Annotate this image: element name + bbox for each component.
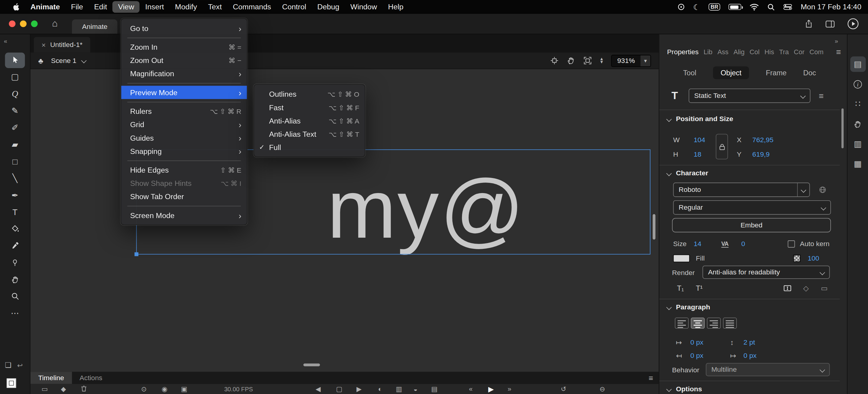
render-select[interactable]: Anti-alias for readability: [703, 266, 830, 279]
font-style-select[interactable]: Regular: [673, 200, 831, 215]
menu-view[interactable]: View: [113, 1, 140, 13]
menu-item-anti-alias[interactable]: Anti-Alias ⌥ ⇧ ⌘ A: [254, 114, 365, 127]
play-icon[interactable]: ▶: [488, 385, 494, 393]
menu-item-outlines[interactable]: Outlines ⌥ ⇧ ⌘ O: [254, 87, 365, 101]
scene-name[interactable]: Scene 1: [51, 57, 76, 64]
horizontal-scrollbar[interactable]: [304, 364, 320, 366]
stepper-down-icon[interactable]: ▾: [600, 61, 603, 64]
close-document-icon[interactable]: ×: [41, 41, 46, 49]
center-frame-icon[interactable]: ⊙: [141, 385, 147, 393]
indent-value[interactable]: 0 px: [690, 338, 703, 347]
pencil-tool[interactable]: ✎: [5, 103, 25, 119]
tab-timeline[interactable]: Timeline: [30, 372, 72, 384]
insert-frame-icon[interactable]: ▭: [41, 385, 48, 393]
components-panel-icon[interactable]: ▦: [850, 156, 865, 171]
character-section-header[interactable]: Character: [667, 169, 708, 177]
margin-left-value[interactable]: 0 px: [690, 352, 703, 360]
paragraph-section-header[interactable]: Paragraph: [667, 303, 710, 311]
tab-properties[interactable]: Properties: [667, 48, 699, 56]
eyedropper-tool[interactable]: [5, 238, 25, 253]
rectangle-tool[interactable]: □: [5, 154, 25, 169]
battery-icon[interactable]: [729, 4, 741, 10]
menu-modify[interactable]: Modify: [169, 1, 203, 13]
menu-item-full[interactable]: ✓ Full: [254, 141, 365, 154]
step-forward-icon[interactable]: ▶: [356, 385, 362, 393]
assets-panel-icon[interactable]: ∷: [850, 96, 865, 112]
paint-bucket-tool[interactable]: [5, 221, 25, 236]
eraser-tool[interactable]: ▰: [5, 137, 25, 152]
window-close-button[interactable]: [9, 21, 16, 27]
timeline-menu-icon[interactable]: ≡: [649, 373, 653, 382]
zoom-tool[interactable]: [5, 289, 25, 304]
test-movie-button[interactable]: [847, 18, 859, 30]
selectable-text-toggle[interactable]: [783, 284, 792, 293]
alpha-value[interactable]: 100: [808, 255, 819, 262]
w-value[interactable]: 104: [693, 136, 705, 144]
rotation-hand-icon[interactable]: [567, 56, 576, 65]
html-render-toggle[interactable]: ◇: [803, 284, 809, 293]
adjust-panel-icon[interactable]: ▤: [850, 56, 865, 72]
tab-components[interactable]: Com: [809, 48, 824, 56]
font-family-chevron-cell[interactable]: [797, 183, 809, 196]
subtab-frame[interactable]: Frame: [766, 68, 786, 77]
subtab-tool[interactable]: Tool: [683, 68, 696, 77]
menu-edit[interactable]: Edit: [89, 1, 113, 13]
reset-view-icon[interactable]: ↺: [561, 385, 566, 393]
subscript-toggle[interactable]: T₁: [677, 284, 684, 293]
wifi-icon[interactable]: [750, 3, 759, 10]
subtab-object[interactable]: Object: [713, 66, 749, 78]
asset-warp-pin-tool[interactable]: [5, 255, 25, 270]
free-transform-tool[interactable]: ▢: [5, 69, 25, 85]
line-tool[interactable]: ╲: [5, 170, 25, 186]
superscript-toggle[interactable]: T¹: [696, 284, 703, 293]
stop-icon[interactable]: ▢: [336, 385, 342, 393]
onion-outline-icon[interactable]: ▥: [396, 385, 402, 393]
lasso-tool[interactable]: Q: [5, 86, 25, 101]
tab-transform[interactable]: Tra: [779, 48, 789, 56]
menu-item-anti-alias-text[interactable]: Anti-Alias Text ⌥ ⇧ ⌘ T: [254, 127, 365, 140]
share-icon[interactable]: [804, 19, 813, 28]
collapse-panel-icon[interactable]: «: [4, 38, 7, 44]
lock-dimensions-toggle[interactable]: [716, 134, 728, 159]
tab-library[interactable]: Lib: [704, 48, 712, 56]
menu-bar-clock[interactable]: Mon 17 Feb 14:40: [801, 3, 861, 11]
h-value[interactable]: 18: [693, 151, 701, 159]
more-tools-button[interactable]: ⋯: [5, 305, 25, 321]
delete-frame-icon[interactable]: [80, 385, 87, 392]
embed-button[interactable]: Embed: [672, 218, 831, 233]
show-border-toggle[interactable]: ▭: [821, 284, 828, 293]
window-zoom-button[interactable]: [31, 21, 38, 27]
tab-assets[interactable]: Ass: [717, 48, 728, 56]
fill-stroke-swatch[interactable]: [7, 378, 16, 388]
y-value[interactable]: 619,9: [752, 151, 770, 159]
kerning-value[interactable]: 0: [741, 240, 745, 248]
loop-range-icon[interactable]: ◐: [378, 385, 382, 393]
document-tab[interactable]: × Untitled-1*: [34, 37, 90, 53]
font-family-select[interactable]: Roboto: [673, 183, 810, 197]
go-last-frame-icon[interactable]: »: [507, 385, 511, 393]
expand-panel-icon[interactable]: »: [835, 38, 838, 44]
menu-item-show-tab-order[interactable]: Show Tab Order: [121, 190, 247, 203]
keyboard-layout-badge[interactable]: BR: [708, 3, 720, 11]
center-stage-icon[interactable]: [551, 56, 559, 65]
menu-item-zoom-out[interactable]: Zoom Out ⌘ −: [121, 54, 247, 67]
align-center-button[interactable]: [691, 318, 705, 329]
home-icon[interactable]: ⌂: [52, 19, 58, 30]
text-type-select[interactable]: Static Text: [689, 89, 810, 103]
workspace-layout-icon[interactable]: [826, 20, 835, 27]
selection-handle[interactable]: [134, 253, 138, 256]
timeline-zoom-out-icon[interactable]: ⊖: [599, 385, 605, 393]
onion-marker-icon[interactable]: ◒: [413, 385, 417, 393]
edit-multiple-frames-icon[interactable]: ▣: [181, 385, 187, 393]
stats-panel-icon[interactable]: ▥: [850, 136, 865, 152]
fill-color-swatch[interactable]: [673, 255, 689, 262]
menu-text[interactable]: Text: [203, 1, 227, 13]
menu-item-hide-edges[interactable]: Hide Edges ⇧ ⌘ E: [121, 163, 247, 176]
duplicate-icon[interactable]: ❏: [5, 361, 11, 369]
panel-menu-icon[interactable]: ≡: [836, 47, 841, 56]
menu-item-preview-mode[interactable]: Preview Mode ›: [121, 86, 247, 99]
menu-commands[interactable]: Commands: [227, 1, 277, 13]
pen-tool[interactable]: ✒: [5, 187, 25, 203]
display-status-icon[interactable]: [678, 3, 685, 10]
menu-debug[interactable]: Debug: [312, 1, 345, 13]
